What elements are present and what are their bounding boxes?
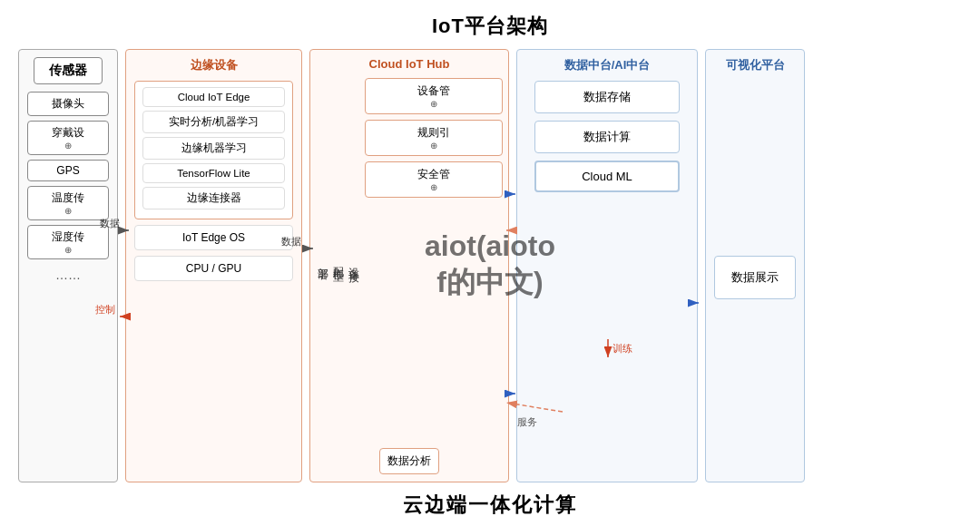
sensor-gps: GPS — [27, 160, 109, 181]
data-center-column: 数据中台/AI中台 数据存储 数据计算 Cloud ML — [516, 49, 698, 482]
edge-item-realtime: 实时分析/机器学习 — [142, 111, 285, 133]
hub-left: 设备接配模型部署 — [316, 78, 359, 444]
hub-box-rules: 规则引 ⊕ — [365, 120, 503, 156]
edge-standalone-cpu: CPU / GPU — [134, 256, 293, 281]
data-compute: 数据计算 — [534, 121, 680, 153]
hub-bottom-analytics: 数据分析 — [379, 448, 439, 474]
hub-inner: 设备接配模型部署 设备管 ⊕ 规则引 ⊕ 安全管 ⊕ — [316, 78, 503, 444]
edge-header: 边缘设备 — [191, 57, 238, 73]
edge-item-connector: 边缘连接器 — [142, 187, 285, 209]
cloud-ml: Cloud ML — [534, 161, 680, 192]
sensor-dots: …… — [55, 268, 81, 282]
sensor-camera: 摄像头 — [27, 92, 109, 116]
data-storage: 数据存储 — [534, 81, 680, 113]
bottom-title: 云边端一体化计算 — [403, 492, 577, 519]
hub-left-label: 设备接配模型部署 — [315, 258, 361, 264]
sensor-wearable: 穿戴设 ⊕ — [27, 121, 109, 155]
visual-column: 可视化平台 数据展示 — [705, 49, 805, 482]
sensors-header: 传感器 — [34, 57, 103, 84]
sensor-temp: 温度传 ⊕ — [27, 186, 109, 220]
sensors-column: 传感器 摄像头 穿戴设 ⊕ GPS 温度传 ⊕ 湿度传 ⊕ …… — [18, 49, 118, 482]
edge-group: Cloud IoT Edge 实时分析/机器学习 边缘机器学习 TensorFl… — [134, 81, 293, 219]
hub-box-device: 设备管 ⊕ — [365, 78, 503, 114]
visual-display: 数据展示 — [714, 256, 796, 299]
cloud-hub-header: Cloud IoT Hub — [369, 57, 450, 71]
edge-item-cloud-iot-edge: Cloud IoT Edge — [142, 87, 285, 107]
visual-center: 数据展示 — [714, 81, 796, 474]
edge-column: 边缘设备 Cloud IoT Edge 实时分析/机器学习 边缘机器学习 Ten… — [125, 49, 302, 482]
data-center-header: 数据中台/AI中台 — [564, 57, 651, 73]
hub-right: 设备管 ⊕ 规则引 ⊕ 安全管 ⊕ — [365, 78, 503, 444]
hub-box-security: 安全管 ⊕ — [365, 161, 503, 198]
sensor-humidity: 湿度传 ⊕ — [27, 225, 109, 259]
cloud-hub-column: Cloud IoT Hub 设备接配模型部署 设备管 ⊕ 规则引 ⊕ 安全管 ⊕ — [309, 49, 509, 482]
edge-standalone-os: IoT Edge OS — [134, 225, 293, 250]
edge-item-ml: 边缘机器学习 — [142, 137, 285, 160]
page-title: IoT平台架构 — [432, 13, 548, 40]
visual-header: 可视化平台 — [726, 57, 785, 73]
edge-item-tensorflow: TensorFlow Lite — [142, 163, 285, 183]
